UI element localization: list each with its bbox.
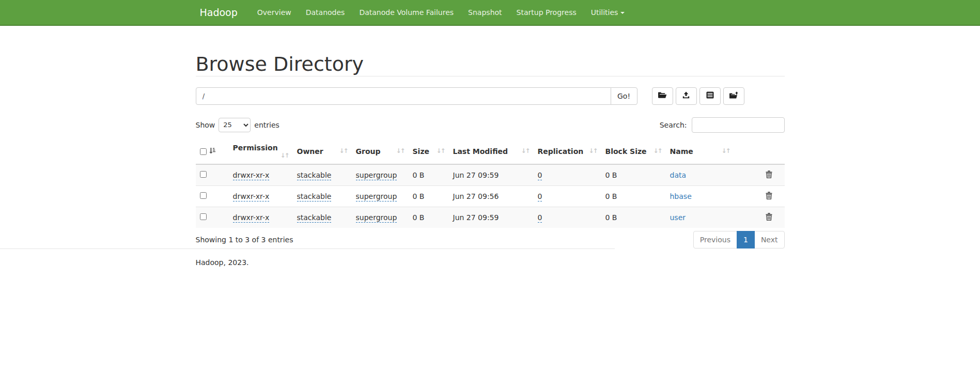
- trash-icon: [766, 193, 772, 201]
- sort-by-attributes-icon[interactable]: [209, 147, 215, 156]
- row-checkbox[interactable]: [200, 171, 207, 178]
- top-navbar: Hadoop Overview Datanodes Datanode Volum…: [0, 0, 980, 26]
- size-value: 0 B: [413, 213, 425, 222]
- group-editable[interactable]: supergroup: [356, 171, 397, 180]
- pagination: Previous 1 Next: [693, 231, 785, 248]
- search-input[interactable]: [692, 117, 785, 133]
- permission-editable[interactable]: drwxr-xr-x: [233, 171, 270, 180]
- go-button[interactable]: Go!: [611, 87, 637, 105]
- sort-icon: ↓↑: [336, 147, 347, 154]
- group-editable[interactable]: supergroup: [356, 213, 397, 223]
- sort-icon: ↓↑: [393, 147, 404, 154]
- footer-text: Hadoop, 2023.: [196, 258, 785, 267]
- header-permission[interactable]: Permission↓↑: [229, 139, 293, 164]
- page-title: Browse Directory: [196, 53, 785, 76]
- nav-utilities-dropdown[interactable]: Utilities: [584, 0, 632, 25]
- header-name[interactable]: Name↓↑: [666, 139, 734, 164]
- table-row: drwxr-xr-x stackable supergroup 0 B Jun …: [196, 164, 785, 186]
- select-all-checkbox[interactable]: [200, 148, 207, 155]
- delete-button[interactable]: [766, 192, 772, 201]
- size-value: 0 B: [413, 171, 425, 179]
- upload-files-button[interactable]: [676, 87, 697, 105]
- replication-editable[interactable]: 0: [538, 171, 542, 180]
- directory-toolbar: [652, 87, 744, 105]
- header-size[interactable]: Size↓↑: [409, 139, 449, 164]
- delete-button[interactable]: [766, 170, 772, 180]
- sort-icon: ↓↑: [277, 152, 288, 159]
- header-group[interactable]: Group↓↑: [352, 139, 409, 164]
- nav-overview[interactable]: Overview: [250, 0, 299, 25]
- table-header-row: Permission↓↑ Owner↓↑ Group↓↑ Size↓↑ Last…: [196, 139, 785, 164]
- nav-datanode-volume-failures[interactable]: Datanode Volume Failures: [352, 0, 461, 25]
- table-controls: Show 25 entries Search:: [196, 117, 785, 133]
- last-modified-value: Jun 27 09:59: [453, 213, 499, 222]
- header-replication[interactable]: Replication↓↑: [534, 139, 601, 164]
- move-files-button[interactable]: [723, 87, 744, 105]
- sort-icon: ↓↑: [433, 147, 444, 154]
- directory-link[interactable]: hbase: [670, 192, 692, 200]
- upload-icon: [682, 91, 690, 100]
- directory-listing-table: Permission↓↑ Owner↓↑ Group↓↑ Size↓↑ Last…: [196, 139, 785, 228]
- sort-icon: ↓↑: [718, 147, 729, 154]
- nav-snapshot[interactable]: Snapshot: [461, 0, 509, 25]
- delete-button[interactable]: [766, 213, 772, 222]
- directory-path-input[interactable]: [196, 87, 611, 105]
- pagination-next[interactable]: Next: [755, 231, 785, 248]
- trash-icon: [766, 172, 772, 180]
- folder-open-icon: [658, 91, 667, 100]
- table-info: Showing 1 to 3 of 3 entries: [196, 236, 293, 244]
- navbar-brand[interactable]: Hadoop: [196, 0, 243, 25]
- search-label: Search:: [660, 121, 687, 129]
- header-owner[interactable]: Owner↓↑: [293, 139, 352, 164]
- page-length-select[interactable]: 25: [219, 118, 251, 132]
- block-size-value: 0 B: [605, 171, 617, 179]
- block-size-value: 0 B: [605, 192, 617, 200]
- pagination-previous[interactable]: Previous: [693, 231, 737, 248]
- last-modified-value: Jun 27 09:56: [453, 192, 499, 200]
- nav-startup-progress[interactable]: Startup Progress: [509, 0, 584, 25]
- nav-datanodes[interactable]: Datanodes: [299, 0, 352, 25]
- title-divider: [196, 76, 785, 76]
- replication-editable[interactable]: 0: [538, 192, 542, 201]
- header-block-size[interactable]: Block Size↓↑: [601, 139, 666, 164]
- sort-icon: ↓↑: [518, 147, 529, 154]
- size-value: 0 B: [413, 192, 425, 200]
- table-row: drwxr-xr-x stackable supergroup 0 B Jun …: [196, 207, 785, 228]
- footer-divider: [0, 248, 615, 249]
- path-form: Go!: [196, 87, 785, 105]
- sort-icon: ↓↑: [585, 147, 597, 154]
- row-checkbox[interactable]: [200, 213, 207, 220]
- show-label: Show: [196, 121, 215, 129]
- chevron-down-icon: [620, 12, 625, 14]
- directory-link[interactable]: data: [670, 171, 687, 179]
- last-modified-value: Jun 27 09:59: [453, 171, 499, 179]
- directory-link[interactable]: user: [670, 213, 686, 222]
- permission-editable[interactable]: drwxr-xr-x: [233, 192, 270, 201]
- permission-editable[interactable]: drwxr-xr-x: [233, 213, 270, 223]
- owner-editable[interactable]: stackable: [297, 213, 332, 223]
- owner-editable[interactable]: stackable: [297, 171, 332, 180]
- cut-paste-button[interactable]: [699, 87, 721, 105]
- list-alt-icon: [706, 91, 714, 100]
- create-directory-button[interactable]: [652, 87, 673, 105]
- nav-utilities-label: Utilities: [591, 8, 618, 17]
- owner-editable[interactable]: stackable: [297, 192, 332, 201]
- group-editable[interactable]: supergroup: [356, 192, 397, 201]
- pagination-page-1[interactable]: 1: [737, 231, 755, 248]
- header-last-modified[interactable]: Last Modified↓↑: [449, 139, 534, 164]
- block-size-value: 0 B: [605, 213, 617, 222]
- sort-icon: ↓↑: [650, 147, 661, 154]
- folder-upload-icon: [729, 91, 738, 101]
- table-row: drwxr-xr-x stackable supergroup 0 B Jun …: [196, 185, 785, 207]
- entries-label: entries: [254, 121, 279, 129]
- replication-editable[interactable]: 0: [538, 213, 542, 223]
- row-checkbox[interactable]: [200, 192, 207, 199]
- trash-icon: [766, 214, 772, 222]
